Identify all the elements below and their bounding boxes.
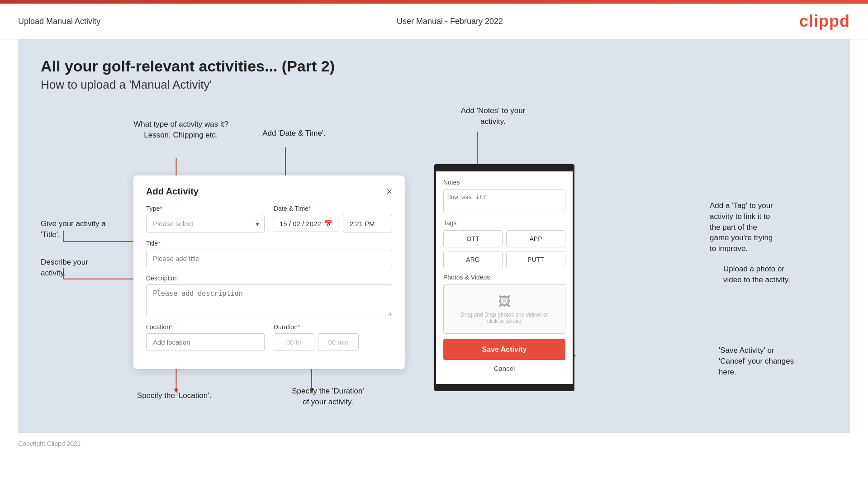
page-title: All your golf-relevant activities... (Pa…: [41, 57, 827, 75]
photo-upload-area[interactable]: 🖼 Drag and Drop photos and videos orclic…: [443, 284, 565, 334]
time-input[interactable]: [343, 215, 392, 232]
description-input[interactable]: [146, 284, 392, 316]
date-time-inputs: 15 / 02 / 2022 📅: [274, 215, 392, 232]
tags-section-label: Tags: [443, 219, 565, 227]
title-input[interactable]: [146, 250, 392, 267]
header-center: User Manual - February 2022: [397, 17, 503, 26]
photo-callout: Upload a photo orvideo to the activity.: [723, 264, 823, 285]
duration-group: Duration*: [274, 323, 392, 351]
tag-app[interactable]: APP: [506, 230, 565, 247]
type-group: Type* Please select ▾: [146, 205, 265, 232]
photos-section-label: Photos & Videos: [443, 274, 565, 281]
type-label: Type*: [146, 205, 265, 212]
type-select-wrapper: Please select ▾: [146, 215, 265, 232]
location-bottom-callout: Specify the 'Location'.: [129, 390, 219, 401]
copyright: Copyright Clippd 2021: [18, 440, 81, 447]
footer: Copyright Clippd 2021: [0, 433, 868, 455]
location-duration-row: Location* Duration*: [146, 323, 392, 351]
date-value: 15 / 02 / 2022: [280, 220, 321, 227]
title-label: Title*: [146, 240, 392, 247]
type-select[interactable]: Please select: [146, 215, 265, 232]
duration-bottom-callout: Specify the 'Duration'of your activity.: [271, 386, 384, 407]
date-input[interactable]: 15 / 02 / 2022 📅: [274, 216, 338, 232]
phone-mockup: Notes Tags OTT APP ARG PUTT Photos & Vid…: [434, 164, 574, 391]
save-callout: 'Save Activity' or'Cancel' your changesh…: [719, 345, 823, 377]
notes-section-label: Notes: [443, 179, 565, 186]
tag-callout: Add a 'Tag' to youractivity to link it t…: [710, 200, 814, 254]
notes-input[interactable]: [443, 190, 565, 212]
duration-min-input[interactable]: [318, 333, 359, 351]
page-subtitle: How to upload a 'Manual Activity': [41, 78, 827, 92]
title-group: Title*: [146, 240, 392, 267]
title-callout: Give your activity a'Title'.: [41, 218, 106, 240]
main-content: All your golf-relevant activities... (Pa…: [18, 39, 850, 433]
cancel-button[interactable]: Cancel: [494, 365, 515, 377]
save-activity-button[interactable]: Save Activity: [443, 339, 565, 360]
tags-grid: OTT APP ARG PUTT: [443, 230, 565, 268]
location-group: Location*: [146, 323, 265, 351]
photo-upload-text: Drag and Drop photos and videos orclick …: [453, 312, 556, 324]
duration-hr-input[interactable]: [274, 333, 314, 351]
tag-putt[interactable]: PUTT: [506, 251, 565, 268]
calendar-icon: 📅: [324, 220, 332, 228]
dialog-header: Add Activity ×: [146, 186, 392, 197]
description-group: Description: [146, 275, 392, 316]
tag-arg[interactable]: ARG: [443, 251, 503, 268]
top-bar: [0, 0, 868, 4]
location-input[interactable]: [146, 333, 265, 351]
notes-callout: Add 'Notes' to youractivity.: [434, 105, 552, 127]
photo-icon: 🖼: [453, 294, 556, 309]
duration-inputs: [274, 333, 392, 351]
duration-label: Duration*: [274, 323, 392, 331]
type-datetime-row: Type* Please select ▾ Date & Time*: [146, 205, 392, 232]
header: Upload Manual Activity User Manual - Feb…: [0, 4, 868, 39]
description-label: Description: [146, 275, 392, 282]
logo: clippd: [799, 12, 850, 31]
location-label: Location*: [146, 323, 265, 331]
datetime-label: Date & Time*: [274, 205, 392, 212]
description-callout: Describe youractivity.: [41, 257, 106, 279]
dialog-title: Add Activity: [146, 186, 199, 197]
tag-ott[interactable]: OTT: [443, 230, 503, 247]
datetime-callout: Add 'Date & Time'.: [244, 128, 344, 139]
datetime-group: Date & Time* 15 / 02 / 2022 📅: [274, 205, 392, 232]
header-left: Upload Manual Activity: [18, 17, 100, 26]
type-callout: What type of activity was it?Lesson, Chi…: [122, 119, 240, 141]
add-activity-dialog: Add Activity × Type* Please select ▾: [133, 175, 405, 369]
close-button[interactable]: ×: [386, 187, 392, 197]
